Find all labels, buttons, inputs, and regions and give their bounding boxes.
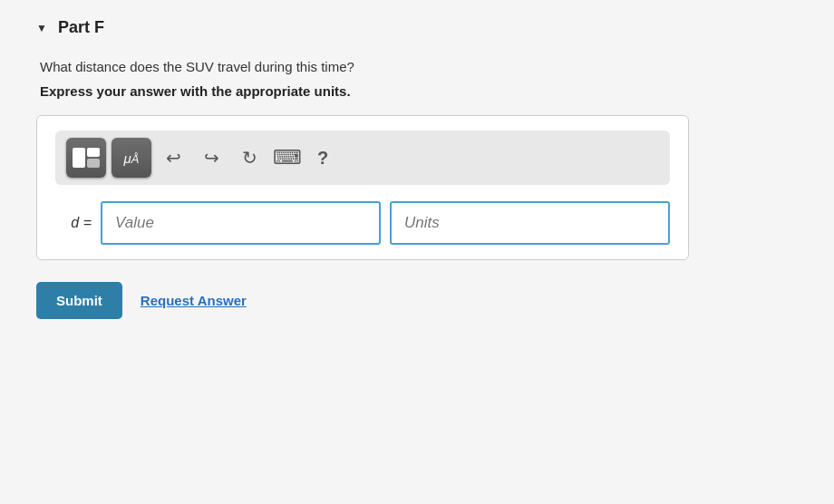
express-text: Express your answer with the appropriate… — [40, 83, 798, 99]
mu-symbol: μÅ — [124, 150, 140, 166]
d-label: d = — [55, 215, 92, 231]
request-answer-link[interactable]: Request Answer — [141, 293, 247, 308]
input-row: d = — [55, 201, 670, 245]
template-button[interactable] — [66, 138, 106, 178]
part-title: Part F — [58, 18, 104, 37]
toolbar: μÅ ↩ ↪ ↻ ⌨ ? — [55, 131, 670, 185]
submit-button[interactable]: Submit — [36, 282, 122, 319]
action-row: Submit Request Answer — [36, 282, 798, 319]
chevron-icon[interactable]: ▼ — [36, 22, 47, 34]
part-header: ▼ Part F — [36, 18, 798, 37]
value-input[interactable] — [101, 201, 381, 245]
answer-box: μÅ ↩ ↪ ↻ ⌨ ? d = — [36, 115, 689, 260]
refresh-button[interactable]: ↻ — [233, 141, 266, 174]
undo-button[interactable]: ↩ — [157, 141, 189, 174]
keyboard-button[interactable]: ⌨ — [271, 141, 304, 174]
units-input[interactable] — [390, 201, 670, 245]
symbol-button[interactable]: μÅ — [112, 138, 151, 178]
redo-button[interactable]: ↪ — [195, 141, 228, 174]
segment-icon — [73, 148, 100, 168]
question-text: What distance does the SUV travel during… — [40, 59, 798, 74]
help-button[interactable]: ? — [309, 138, 336, 178]
